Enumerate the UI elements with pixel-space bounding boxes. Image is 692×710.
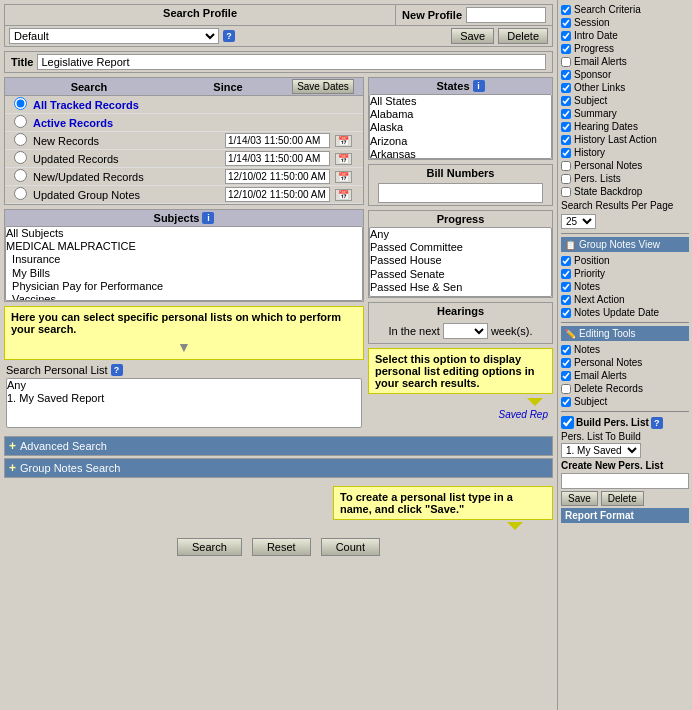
- cb-pers-lists[interactable]: [561, 174, 571, 184]
- profile-help-icon[interactable]: ?: [223, 30, 235, 42]
- subjects-header: Subjects: [154, 212, 200, 224]
- col-search: Search: [5, 79, 173, 95]
- col-since: Since: [173, 79, 283, 95]
- cb-history[interactable]: [561, 148, 571, 158]
- radio-all-tracked[interactable]: [14, 97, 27, 110]
- cb-email-alerts[interactable]: [561, 57, 571, 67]
- per-page-label: Search Results Per Page: [561, 200, 673, 211]
- calendar-btn-updated[interactable]: 📅: [335, 153, 352, 165]
- cb-intro-date[interactable]: [561, 31, 571, 41]
- cb-position[interactable]: [561, 256, 571, 266]
- cb-priority[interactable]: [561, 269, 571, 279]
- advanced-search-icon: +: [9, 439, 16, 453]
- cb-edit-notes[interactable]: [561, 345, 571, 355]
- reset-button[interactable]: Reset: [252, 538, 311, 556]
- editing-tools-btn[interactable]: ✏️ Editing Tools: [561, 326, 689, 341]
- calendar-btn-new-updated[interactable]: 📅: [335, 171, 352, 183]
- right-save-button[interactable]: Save: [561, 491, 598, 506]
- profile-select[interactable]: Default: [9, 28, 219, 44]
- cb-history-last-action[interactable]: [561, 135, 571, 145]
- count-button[interactable]: Count: [321, 538, 380, 556]
- cb-other-links[interactable]: [561, 83, 571, 93]
- personal-list-select[interactable]: Any 1. My Saved Report: [6, 378, 362, 428]
- tooltip-personal-list: Here you can select specific personal li…: [4, 306, 364, 360]
- cb-edit-personal-notes[interactable]: [561, 358, 571, 368]
- subjects-list[interactable]: All Subjects MEDICAL MALPRACTICE Insuran…: [5, 226, 363, 301]
- title-label: Title: [11, 56, 33, 68]
- cb-search-criteria[interactable]: [561, 5, 571, 15]
- group-notes-date[interactable]: [225, 187, 330, 202]
- calendar-btn-new[interactable]: 📅: [335, 135, 352, 147]
- table-row: Active Records: [5, 114, 363, 132]
- title-input[interactable]: [37, 54, 546, 70]
- group-notes-view-btn[interactable]: 📋 Group Notes View: [561, 237, 689, 252]
- editing-tools-icon: ✏️: [565, 329, 576, 339]
- report-format-header: Report Format: [561, 508, 689, 523]
- saved-rep-label: Saved Rep: [499, 409, 548, 420]
- cb-state-backdrop[interactable]: [561, 187, 571, 197]
- advanced-search-label: Advanced Search: [20, 440, 107, 452]
- per-page-select[interactable]: 25 50 100: [561, 214, 596, 229]
- personal-list-help-icon[interactable]: ?: [111, 364, 123, 376]
- hearings-week-label: week(s).: [491, 325, 533, 337]
- radio-active[interactable]: [14, 115, 27, 128]
- cb-build-pers-list[interactable]: [561, 416, 574, 429]
- table-row: Updated Records 📅: [5, 150, 363, 168]
- group-notes-section[interactable]: + Group Notes Search: [4, 458, 553, 478]
- bill-numbers-header: Bill Numbers: [369, 165, 552, 181]
- cb-subject[interactable]: [561, 96, 571, 106]
- bill-numbers-input[interactable]: [378, 183, 543, 203]
- editing-tools-label: Editing Tools: [579, 328, 636, 339]
- updated-records-label: Updated Records: [33, 153, 225, 165]
- cb-notes[interactable]: [561, 282, 571, 292]
- cb-progress[interactable]: [561, 44, 571, 54]
- table-row: All Tracked Records: [5, 96, 363, 114]
- search-profile-header: Search Profile: [5, 5, 395, 25]
- search-button[interactable]: Search: [177, 538, 242, 556]
- tooltip-saved-report: Select this option to display personal l…: [368, 348, 553, 394]
- advanced-search-section[interactable]: + Advanced Search: [4, 436, 553, 456]
- progress-list[interactable]: Any Passed Committee Passed House Passed…: [369, 227, 552, 297]
- radio-new[interactable]: [14, 133, 27, 146]
- cb-personal-notes[interactable]: [561, 161, 571, 171]
- right-delete-button[interactable]: Delete: [601, 491, 644, 506]
- save-button[interactable]: Save: [451, 28, 494, 44]
- cb-hearing-dates[interactable]: [561, 122, 571, 132]
- states-info-icon[interactable]: i: [473, 80, 485, 92]
- calendar-btn-group-notes[interactable]: 📅: [335, 189, 352, 201]
- delete-button[interactable]: Delete: [498, 28, 548, 44]
- cb-session[interactable]: [561, 18, 571, 28]
- save-dates-button[interactable]: Save Dates: [292, 79, 354, 94]
- create-new-input[interactable]: [561, 473, 689, 489]
- build-pers-list-help[interactable]: ?: [651, 417, 663, 429]
- cb-notes-update-date[interactable]: [561, 308, 571, 318]
- states-header: States: [436, 80, 469, 92]
- new-profile-input[interactable]: [466, 7, 546, 23]
- build-pers-list-label: Build Pers. List: [576, 417, 649, 428]
- pers-list-to-build-label: Pers. List To Build: [561, 430, 689, 443]
- create-new-label: Create New Pers. List: [561, 460, 689, 471]
- save-dates-btn[interactable]: Save Dates: [283, 78, 363, 95]
- group-notes-view-label: Group Notes View: [579, 239, 660, 250]
- states-list[interactable]: All States Alabama Alaska Arizona Arkans…: [369, 94, 552, 159]
- updated-group-notes-label: Updated Group Notes: [33, 189, 225, 201]
- cb-summary[interactable]: [561, 109, 571, 119]
- new-records-label: New Records: [33, 135, 225, 147]
- pers-list-select[interactable]: 1. My Saved Rep...: [561, 443, 641, 458]
- cb-edit-subject[interactable]: [561, 397, 571, 407]
- new-updated-date[interactable]: [225, 169, 330, 184]
- table-row: Updated Group Notes 📅: [5, 186, 363, 204]
- cb-next-action[interactable]: [561, 295, 571, 305]
- cb-delete-records[interactable]: [561, 384, 571, 394]
- updated-records-date[interactable]: [225, 151, 330, 166]
- radio-new-updated[interactable]: [14, 169, 27, 182]
- subjects-info-icon[interactable]: i: [202, 212, 214, 224]
- table-row: New/Updated Records 📅: [5, 168, 363, 186]
- radio-group-notes[interactable]: [14, 187, 27, 200]
- hearings-label: In the next: [389, 325, 440, 337]
- cb-sponsor[interactable]: [561, 70, 571, 80]
- radio-updated[interactable]: [14, 151, 27, 164]
- hearings-select[interactable]: 1 2 3: [443, 323, 488, 339]
- cb-edit-email-alerts[interactable]: [561, 371, 571, 381]
- new-records-date[interactable]: [225, 133, 330, 148]
